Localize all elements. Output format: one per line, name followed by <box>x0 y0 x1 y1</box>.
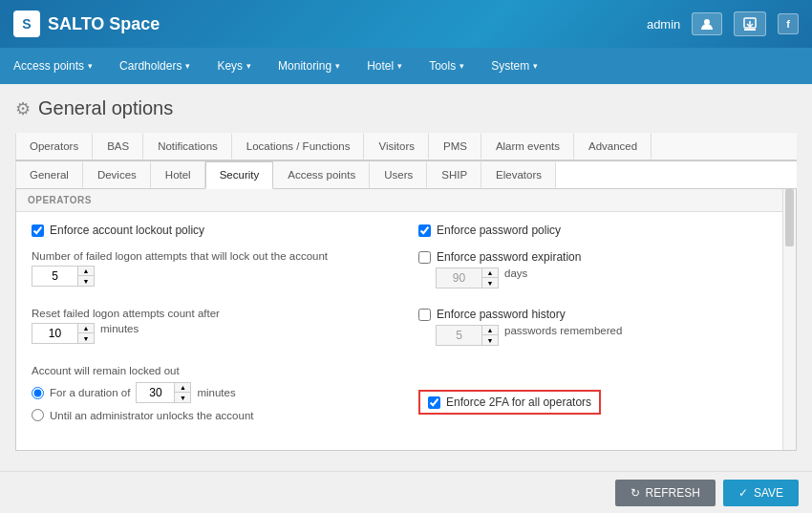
failed-attempts-spinner: ▲ ▼ <box>77 266 95 287</box>
tab-users[interactable]: Users <box>370 161 427 188</box>
page-title: ⚙ General options <box>15 97 797 119</box>
locked-out-label: Account will remain locked out <box>32 365 380 376</box>
history-down[interactable]: ▼ <box>482 335 498 345</box>
nav-keys[interactable]: Keys ▾ <box>203 48 265 84</box>
scrollbar[interactable] <box>782 189 796 450</box>
left-col-lockout: Account will remain locked out For a dur… <box>32 365 380 427</box>
two-fa-checkbox[interactable] <box>428 396 440 409</box>
password-history-input-wrap: ▲ ▼ passwords remembered <box>436 325 767 346</box>
tab-notifications[interactable]: Notifications <box>143 133 232 160</box>
chevron-down-icon: ▾ <box>459 61 464 71</box>
download-icon <box>742 16 758 32</box>
nav-tools[interactable]: Tools ▾ <box>416 48 478 84</box>
tab-general[interactable]: General <box>15 161 83 188</box>
tab-visitors[interactable]: Visitors <box>364 133 429 160</box>
tabs-row-2: General Devices Hotel Security Access po… <box>15 160 797 189</box>
expiration-down[interactable]: ▼ <box>482 278 498 288</box>
username: admin <box>647 17 680 32</box>
checkmark-icon: ✓ <box>738 486 748 500</box>
history-up[interactable]: ▲ <box>482 326 498 335</box>
section-body: Enforce account lockout policy Enforce p… <box>16 212 782 450</box>
reset-count-down[interactable]: ▼ <box>78 333 94 343</box>
content-area: OPERATORS Enforce account lockout policy… <box>15 189 797 451</box>
tab-hotel[interactable]: Hotel <box>151 161 205 188</box>
scrollbar-thumb[interactable] <box>785 189 794 246</box>
tab-operators[interactable]: Operators <box>15 133 93 160</box>
expiration-up[interactable]: ▲ <box>482 268 498 278</box>
notifications-button[interactable] <box>734 11 766 36</box>
reset-count-spinner: ▲ ▼ <box>77 323 95 344</box>
tab-alarm-events[interactable]: Alarm events <box>481 133 574 160</box>
nav-cardholders[interactable]: Cardholders ▾ <box>106 48 203 84</box>
logo-text: SALTO Space <box>48 14 160 34</box>
tab-security[interactable]: Security <box>205 161 274 189</box>
nav-system[interactable]: System ▾ <box>478 48 551 84</box>
tab-advanced[interactable]: Advanced <box>574 133 652 160</box>
password-expiration-label[interactable]: Enforce password expiration <box>418 250 767 264</box>
chevron-down-icon: ▾ <box>533 61 538 71</box>
password-policy-label[interactable]: Enforce password policy <box>418 224 767 237</box>
gear-icon: ⚙ <box>15 98 31 119</box>
lockout-policy-checkbox[interactable] <box>32 224 44 237</box>
reset-count-group: Reset failed logon attempts count after … <box>32 308 380 344</box>
tab-access-points[interactable]: Access points <box>273 161 370 188</box>
password-history-checkbox[interactable] <box>418 309 431 321</box>
tab-locations-functions[interactable]: Locations / Functions <box>232 133 365 160</box>
radio-group-lockout: For a duration of ▲ ▼ minutes <box>32 382 380 421</box>
failed-attempts-input[interactable] <box>32 266 77 287</box>
refresh-icon: ↻ <box>630 486 640 500</box>
refresh-button[interactable]: ↻ REFRESH <box>615 480 716 506</box>
failed-attempts-up[interactable]: ▲ <box>78 267 94 276</box>
tab-elevators[interactable]: Elevators <box>481 161 556 188</box>
password-expiration-input[interactable] <box>436 267 481 289</box>
radio-admin-label[interactable]: Until an administrator unlocks the accou… <box>32 409 380 421</box>
fb-icon: f <box>786 18 790 30</box>
save-button[interactable]: ✓ SAVE <box>723 480 799 506</box>
content-inner: OPERATORS Enforce account lockout policy… <box>16 189 782 450</box>
password-policy-checkbox[interactable] <box>418 224 431 237</box>
right-col-2fa: Enforce 2FA for all operators <box>418 365 767 427</box>
tab-devices[interactable]: Devices <box>83 161 151 188</box>
footer: ↻ REFRESH ✓ SAVE <box>0 471 812 513</box>
history-unit: passwords remembered <box>504 325 622 346</box>
failed-attempts-group: Number of failed logon attempts that wil… <box>32 250 380 287</box>
facebook-button[interactable]: f <box>778 13 799 34</box>
duration-input-wrap: ▲ ▼ <box>136 382 191 403</box>
nav-access-points[interactable]: Access points ▾ <box>0 48 106 84</box>
failed-attempts-down[interactable]: ▼ <box>78 276 94 286</box>
chevron-down-icon: ▾ <box>397 61 402 71</box>
tab-pms[interactable]: PMS <box>429 133 481 160</box>
reset-count-label: Reset failed logon attempts count after <box>32 308 380 319</box>
two-fa-wrapper: Enforce 2FA for all operators <box>418 390 767 415</box>
reset-count-unit: minutes <box>100 323 139 344</box>
header: S SALTO Space admin f <box>0 0 812 48</box>
logo-icon: S <box>13 11 40 37</box>
section-title: OPERATORS <box>16 189 782 212</box>
duration-up[interactable]: ▲ <box>175 383 190 393</box>
left-col-reset: Reset failed logon attempts count after … <box>32 308 380 353</box>
radio-admin[interactable] <box>32 409 44 421</box>
tab-bas[interactable]: BAS <box>93 133 143 160</box>
user-menu-button[interactable] <box>692 12 722 35</box>
tab-ship[interactable]: SHIP <box>427 161 481 188</box>
nav-monitoring[interactable]: Monitoring ▾ <box>265 48 353 84</box>
duration-input[interactable] <box>136 382 174 403</box>
policy-checkboxes-row: Enforce account lockout policy Enforce p… <box>32 224 767 237</box>
password-expiration-checkbox[interactable] <box>418 251 431 264</box>
duration-down[interactable]: ▼ <box>175 393 190 402</box>
reset-count-up[interactable]: ▲ <box>78 324 94 333</box>
lockout-policy-label[interactable]: Enforce account lockout policy <box>32 224 380 237</box>
two-fa-label[interactable]: Enforce 2FA for all operators <box>428 395 591 409</box>
nav-bar: Access points ▾ Cardholders ▾ Keys ▾ Mon… <box>0 48 812 84</box>
nav-hotel[interactable]: Hotel ▾ <box>353 48 416 84</box>
right-col-expiration: Enforce password expiration ▲ ▼ days <box>418 250 767 296</box>
svg-rect-3 <box>744 29 756 31</box>
failed-attempts-input-wrap: ▲ ▼ <box>32 266 380 287</box>
radio-duration[interactable] <box>32 387 44 399</box>
duration-spinner: ▲ ▼ <box>174 382 191 403</box>
expiration-unit: days <box>504 267 527 289</box>
password-history-label[interactable]: Enforce password history <box>418 308 767 321</box>
reset-count-input[interactable] <box>32 323 77 344</box>
password-history-input[interactable] <box>436 325 481 346</box>
radio-duration-label[interactable]: For a duration of ▲ ▼ minutes <box>32 382 380 403</box>
